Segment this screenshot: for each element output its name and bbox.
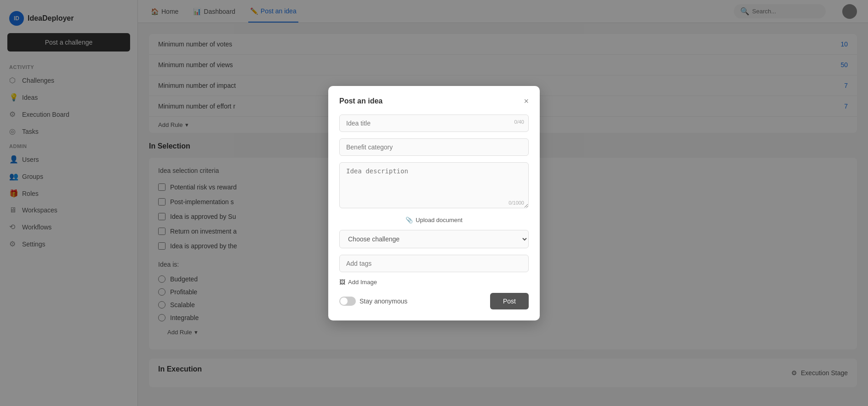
challenge-select[interactable]: Choose challenge (339, 230, 529, 248)
title-field-group: 0/40 (339, 114, 529, 132)
benefit-field-group (339, 138, 529, 156)
modal-header: Post an idea × (339, 97, 529, 105)
title-char-count: 0/40 (514, 119, 524, 125)
modal-title: Post an idea (339, 97, 383, 105)
tags-input[interactable] (339, 255, 529, 272)
upload-document-link[interactable]: 📎 Upload document (339, 217, 529, 223)
idea-title-input[interactable] (339, 114, 529, 132)
add-image-link[interactable]: 🖼 Add Image (339, 279, 529, 286)
benefit-category-input[interactable] (339, 138, 529, 156)
tags-field-group (339, 255, 529, 272)
image-icon: 🖼 (339, 279, 345, 286)
upload-label: Upload document (416, 217, 463, 223)
modal-footer: Stay anonymous Post (339, 293, 529, 309)
description-char-count: 0/1000 (508, 200, 524, 206)
modal-close-button[interactable]: × (524, 97, 529, 105)
challenge-select-group: Choose challenge (339, 230, 529, 248)
modal-overlay[interactable]: Post an idea × 0/40 0/1000 📎 Upload docu… (0, 0, 868, 406)
paperclip-icon: 📎 (405, 217, 413, 223)
stay-anonymous-group: Stay anonymous (339, 297, 407, 306)
post-button[interactable]: Post (490, 293, 529, 309)
post-idea-modal: Post an idea × 0/40 0/1000 📎 Upload docu… (328, 86, 540, 320)
idea-description-input[interactable] (339, 162, 529, 208)
stay-anonymous-label: Stay anonymous (360, 297, 407, 305)
stay-anonymous-toggle[interactable] (339, 297, 356, 306)
add-image-label: Add Image (348, 279, 377, 286)
description-field-group: 0/1000 (339, 162, 529, 210)
